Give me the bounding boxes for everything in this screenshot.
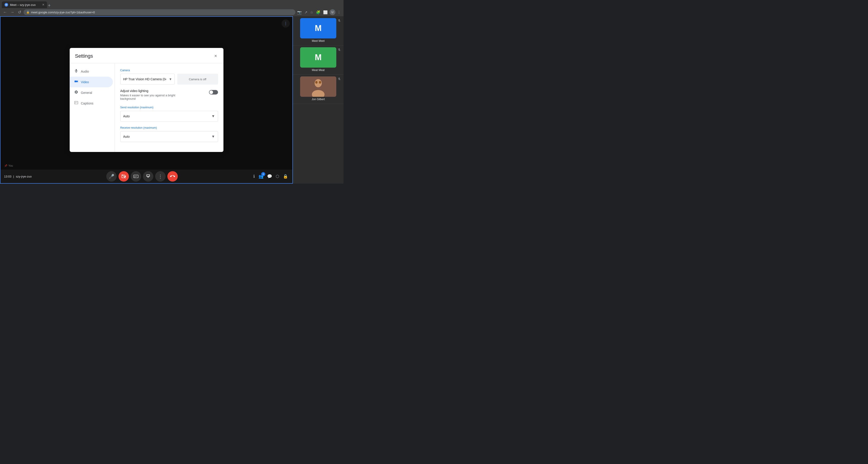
nav-audio-label: Audio — [81, 70, 89, 73]
more-button[interactable]: ⋮ — [155, 171, 165, 182]
address-bar[interactable]: 🔒 meet.google.com/szy-jrye-zuo?pli=1&aut… — [24, 9, 296, 15]
sidebar-icon[interactable]: ⬜ — [322, 9, 329, 16]
send-resolution-label: Send resolution (maximum) — [120, 106, 218, 109]
avatar-3 — [300, 76, 336, 97]
chat-button[interactable]: 💬 — [266, 173, 273, 180]
modal-close-button[interactable]: × — [214, 53, 218, 59]
participants-button-wrapper: 👥 4 — [257, 173, 265, 180]
receive-resolution-section: Receive resolution (maximum) Auto ▼ — [120, 126, 218, 142]
adjust-desc: Makes it easier to see you against a bri… — [120, 94, 184, 100]
tab-close-button[interactable]: × — [42, 3, 44, 7]
camera-row: HP True Vision HD Camera (0408:54... ▼ C… — [120, 74, 218, 85]
avatar-2: M — [300, 47, 336, 68]
camera-device-select[interactable]: HP True Vision HD Camera (0408:54... — [123, 78, 172, 81]
svg-rect-3 — [75, 69, 77, 71]
modal-header: Settings × — [70, 48, 223, 63]
nav-item-audio[interactable]: Audio — [70, 66, 113, 76]
main-layout: 📌 You Settings × Audio — [0, 16, 344, 184]
modal-video-content: Camera HP True Vision HD Camera (0408:54… — [115, 63, 223, 152]
more-options-icon[interactable]: ⋮ — [336, 9, 342, 16]
send-resolution-dropdown[interactable]: Auto ▼ — [120, 111, 218, 122]
browser-chrome: M Meet – szy-jrye-zuo × + ← → ↺ 🔒 meet.g… — [0, 0, 344, 16]
receive-resolution-label: Receive resolution (maximum) — [120, 126, 218, 129]
user-avatar[interactable]: U — [330, 9, 335, 15]
forward-button[interactable]: → — [9, 9, 16, 16]
lighting-toggle[interactable] — [209, 90, 218, 94]
toggle-knob — [210, 90, 213, 94]
bookmark-icon[interactable]: ☆ — [309, 9, 314, 16]
sidebar: M Meet Meet M Meat Meat — [293, 16, 344, 184]
mic-button[interactable]: 🎤 — [106, 171, 117, 182]
modal-overlay: Settings × Audio — [0, 17, 292, 183]
general-icon — [74, 90, 78, 95]
toolbar-icons: 📷 ↗ ☆ 🧩 ⬜ U ⋮ — [296, 9, 342, 16]
receive-resolution-select[interactable]: Auto — [123, 135, 215, 138]
svg-marker-7 — [77, 81, 78, 83]
new-tab-button[interactable]: + — [48, 3, 51, 8]
svg-rect-8 — [74, 101, 78, 104]
send-resolution-select[interactable]: Auto — [123, 115, 215, 118]
nav-item-general[interactable]: General — [70, 87, 113, 98]
meeting-code: szy-jrye-zuo — [16, 175, 32, 178]
back-button[interactable]: ← — [2, 9, 8, 16]
meeting-controls: 🎤 ⋮ — [106, 171, 178, 182]
svg-point-18 — [312, 90, 324, 97]
mute-icon-3 — [338, 78, 341, 81]
camera-device-dropdown[interactable]: HP True Vision HD Camera (0408:54... ▼ — [120, 74, 175, 85]
nav-general-label: General — [81, 91, 92, 94]
audio-icon — [74, 69, 78, 74]
mute-icon-1 — [338, 19, 341, 23]
participant-name-1: Meet Meet — [295, 38, 342, 43]
participant-item-2[interactable]: M Meat Meat — [293, 45, 344, 74]
safety-button[interactable]: 🔒 — [282, 173, 289, 180]
adjust-video-lighting-row: Adjust video lighting Makes it easier to… — [120, 89, 218, 100]
adjust-title: Adjust video lighting — [120, 89, 184, 93]
modal-body: Audio Video General — [70, 63, 223, 152]
activities-button[interactable]: ⬡ — [275, 173, 280, 180]
info-button[interactable]: ℹ — [252, 173, 256, 180]
avatar-1: M — [300, 18, 336, 38]
settings-modal: Settings × Audio — [70, 48, 223, 152]
video-call-icon[interactable]: 📷 — [296, 9, 303, 16]
bottom-right-controls: ℹ 👥 4 💬 ⬡ 🔒 — [252, 173, 289, 180]
share-icon[interactable]: ↗ — [304, 9, 308, 16]
svg-rect-13 — [134, 175, 138, 178]
nav-captions-label: Captions — [81, 101, 93, 105]
nav-item-captions[interactable]: Captions — [70, 98, 113, 109]
send-resolution-section: Send resolution (maximum) Auto ▼ — [120, 106, 218, 122]
address-text: meet.google.com/szy-jrye-zuo?pli=1&authu… — [31, 11, 95, 14]
bottom-bar: 13:03 | szy-jrye-zuo 🎤 ⋮ — [0, 169, 292, 183]
present-button[interactable] — [143, 171, 153, 182]
tab-bar: M Meet – szy-jrye-zuo × + — [0, 0, 344, 8]
receive-resolution-dropdown[interactable]: Auto ▼ — [120, 131, 218, 142]
camera-off-text: Camera is off — [189, 78, 206, 81]
participant-name-3: Jon Gilbert — [295, 97, 342, 102]
lock-icon: 🔒 — [26, 11, 30, 14]
tab-favicon: M — [4, 3, 8, 6]
participant-item-3[interactable]: Jon Gilbert — [293, 74, 344, 104]
meeting-time: 13:03 — [4, 175, 11, 178]
participant-item-1[interactable]: M Meet Meet — [293, 16, 344, 45]
svg-point-19 — [315, 81, 317, 84]
nav-video-label: Video — [81, 80, 89, 84]
end-call-button[interactable] — [167, 171, 178, 182]
camera-preview: Camera is off — [177, 74, 218, 85]
participants-badge: 4 — [261, 172, 265, 176]
extension-icon[interactable]: 🧩 — [315, 9, 321, 16]
adjust-text: Adjust video lighting Makes it easier to… — [120, 89, 184, 100]
captions-icon — [74, 101, 78, 106]
video-area: 📌 You Settings × Audio — [0, 16, 293, 184]
meeting-info: 13:03 | szy-jrye-zuo — [4, 175, 32, 178]
browser-toolbar: ← → ↺ 🔒 meet.google.com/szy-jrye-zuo?pli… — [0, 8, 344, 16]
svg-point-20 — [319, 81, 321, 84]
modal-title: Settings — [75, 53, 93, 59]
svg-rect-6 — [74, 81, 77, 82]
reload-button[interactable]: ↺ — [16, 9, 23, 16]
participant-name-2: Meat Meat — [295, 68, 342, 72]
tab-title: Meet – szy-jrye-zuo — [10, 3, 40, 6]
captions-button[interactable] — [131, 171, 141, 182]
camera-section-label: Camera — [120, 69, 218, 72]
active-tab[interactable]: M Meet – szy-jrye-zuo × — [2, 1, 47, 8]
nav-item-video[interactable]: Video — [70, 76, 113, 87]
camera-button[interactable] — [119, 171, 129, 182]
